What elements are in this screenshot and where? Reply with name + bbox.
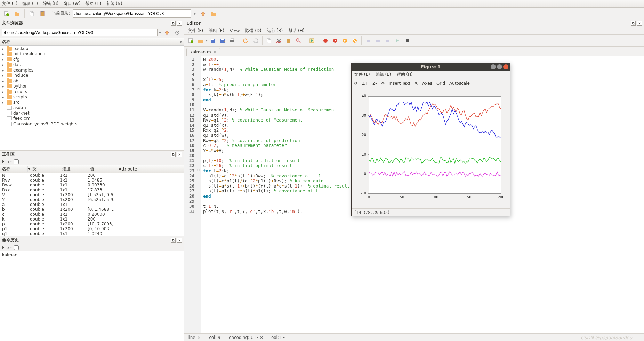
figure-insert-text[interactable]: Insert Text <box>389 81 411 86</box>
debug-step-icon[interactable] <box>364 36 373 45</box>
editor-redo-icon[interactable] <box>251 36 260 45</box>
filebrowser-gear-icon[interactable] <box>173 28 182 37</box>
editor-undo-icon[interactable] <box>241 36 250 45</box>
editor-save-icon[interactable] <box>208 36 217 45</box>
tree-item[interactable]: ▸bdd_evaluation <box>0 51 184 57</box>
debug-stop-icon[interactable] <box>403 36 412 45</box>
editor-open-icon[interactable] <box>196 36 205 45</box>
figure-close-icon[interactable] <box>503 64 508 69</box>
filebrowser-path-input[interactable] <box>2 29 158 36</box>
figure-pan-icon[interactable]: ✥ <box>381 81 385 86</box>
editor-print-icon[interactable] <box>228 36 237 45</box>
editor-close-icon[interactable]: × <box>637 21 642 26</box>
editor-menu-help[interactable]: 帮助 (H) <box>288 28 304 34</box>
figure-grid[interactable]: Grid <box>436 81 445 86</box>
workspace-row[interactable]: Vdouble1x200[1.5251, 0.6… <box>0 192 184 197</box>
workspace-row[interactable]: Rxxdouble1x117.833 <box>0 188 184 192</box>
breakpoint-next-icon[interactable] <box>340 36 349 45</box>
workspace-table-header[interactable]: 名称▼ 类 维度 值 Attribute <box>0 165 184 173</box>
filebrowser-name-column[interactable]: 名称 <box>2 39 13 45</box>
editor-find-icon[interactable] <box>294 36 303 45</box>
breakpoint-clear-icon[interactable] <box>350 36 359 45</box>
filebrowser-tree[interactable]: ▸backup▸bdd_evaluation▸cfg▸data▸examples… <box>0 46 184 150</box>
workspace-undock-icon[interactable]: ⧉ <box>171 152 176 157</box>
editor-menu-view[interactable]: View <box>230 28 240 33</box>
debug-stepout-icon[interactable] <box>383 36 392 45</box>
browse-folder-icon[interactable] <box>209 9 218 18</box>
tree-item[interactable]: ▸backup <box>0 46 184 51</box>
filebrowser-undock-icon[interactable]: ⧉ <box>171 21 176 26</box>
figure-titlebar[interactable]: Figure 1 <box>352 63 510 71</box>
figure-select-icon[interactable]: ↖ <box>414 81 418 86</box>
editor-copy-icon[interactable] <box>265 36 274 45</box>
editor-run-icon[interactable] <box>307 36 316 45</box>
figure-menu-file[interactable]: 文件 (E) <box>354 72 370 77</box>
breakpoint-prev-icon[interactable] <box>331 36 340 45</box>
workspace-table-body[interactable]: Ndouble1x1200Rvvdouble1x11.0485Rwwdouble… <box>0 173 184 236</box>
editor-new-icon[interactable] <box>186 36 195 45</box>
figure-zoomout[interactable]: Z- <box>372 81 377 86</box>
tree-item[interactable]: asd.m <box>0 105 184 111</box>
workspace-row[interactable]: adouble1x11 <box>0 202 184 207</box>
tree-item[interactable]: Gaussian_yolov3_BDD.weights <box>0 121 184 127</box>
workspace-row[interactable]: cdouble1x10.20000 <box>0 212 184 217</box>
filebrowser-up-icon[interactable] <box>162 28 171 37</box>
debug-continue-icon[interactable] <box>393 36 402 45</box>
filebrowser-close-icon[interactable]: × <box>177 21 182 26</box>
figure-menu-edit[interactable]: 编辑 (E) <box>376 72 391 77</box>
figure-axes[interactable]: Axes <box>422 81 432 86</box>
tree-item[interactable]: ▸cfg <box>0 57 184 62</box>
menu-window[interactable]: 窗口 (W) <box>63 1 80 7</box>
menu-news[interactable]: 新闻 (N) <box>106 1 122 7</box>
editor-tab-kalman[interactable]: kalman.m× <box>186 48 220 56</box>
editor-saveas-icon[interactable] <box>218 36 227 45</box>
breakpoint-toggle-icon[interactable] <box>321 36 330 45</box>
editor-undock-icon[interactable]: ⧉ <box>631 21 636 26</box>
tree-item[interactable]: ▸python <box>0 84 184 89</box>
tree-item[interactable]: darknet <box>0 110 184 116</box>
open-folder-icon[interactable] <box>13 9 22 18</box>
editor-menu-edit[interactable]: 编辑 (E) <box>209 28 224 34</box>
figure-menu-help[interactable]: 帮助 (H) <box>397 72 413 77</box>
editor-menu-debug[interactable]: 除错 (D) <box>245 28 261 34</box>
figure-plot-area[interactable]: -10010203040050100150200 <box>352 88 510 208</box>
tree-item[interactable]: ▸scripts <box>0 94 184 100</box>
copy-icon[interactable] <box>27 9 37 18</box>
menu-help[interactable]: 帮助 (H) <box>85 1 101 7</box>
menu-debug[interactable]: 除错 (B) <box>43 1 58 7</box>
workspace-row[interactable]: p1double1x200[0, 10.903, … <box>0 226 184 231</box>
tree-item[interactable]: ▸include <box>0 73 184 78</box>
history-filter-checkbox[interactable] <box>14 245 19 250</box>
workspace-row[interactable]: kdouble1x1200 <box>0 217 184 222</box>
history-undock-icon[interactable]: ⧉ <box>171 238 176 243</box>
figure-autoscale[interactable]: Autoscale <box>449 81 470 86</box>
history-close-icon[interactable]: × <box>177 238 182 243</box>
figure-window[interactable]: Figure 1 文件 (E) 编辑 (E) 帮助 (H) ⟳ Z+ Z- ✥ … <box>351 63 510 216</box>
tree-item[interactable]: feed.xml <box>0 116 184 122</box>
new-script-icon[interactable]: + <box>2 9 11 18</box>
tree-item[interactable]: ▸data <box>0 62 184 68</box>
editor-paste-icon[interactable] <box>284 36 293 45</box>
workspace-row[interactable]: bdouble1x200[0, 1.4688, … <box>0 207 184 212</box>
tree-item[interactable]: ▸examples <box>0 67 184 73</box>
figure-zoomin[interactable]: Z+ <box>362 81 368 86</box>
paste-icon[interactable] <box>38 9 47 18</box>
editor-menu-run[interactable]: 运行 (R) <box>267 28 283 34</box>
workspace-row[interactable]: Rwwdouble1x10.90330 <box>0 183 184 188</box>
figure-rotate-icon[interactable]: ⟳ <box>354 81 358 86</box>
workspace-row[interactable]: q1double1x11.0240 <box>0 231 184 236</box>
tree-item[interactable]: ▸obj <box>0 78 184 84</box>
editor-menu-file[interactable]: 文件 (F) <box>188 28 203 34</box>
tree-item[interactable]: ▸results <box>0 89 184 94</box>
currentdir-combo[interactable] <box>73 9 191 18</box>
tab-close-icon[interactable]: × <box>213 50 217 55</box>
figure-maximize-icon[interactable] <box>497 64 502 69</box>
debug-stepin-icon[interactable] <box>373 36 383 45</box>
workspace-close-icon[interactable]: × <box>177 152 182 157</box>
menu-file[interactable]: 文件 (F) <box>2 1 17 7</box>
workspace-row[interactable]: pdouble1x200[10, 7.7003,… <box>0 222 184 226</box>
editor-cut-icon[interactable] <box>274 36 283 45</box>
workspace-row[interactable]: Ydouble1x200[6.5251, 5.9… <box>0 197 184 202</box>
workspace-filter-checkbox[interactable] <box>14 159 19 164</box>
tree-item[interactable]: ▸src <box>0 100 184 105</box>
